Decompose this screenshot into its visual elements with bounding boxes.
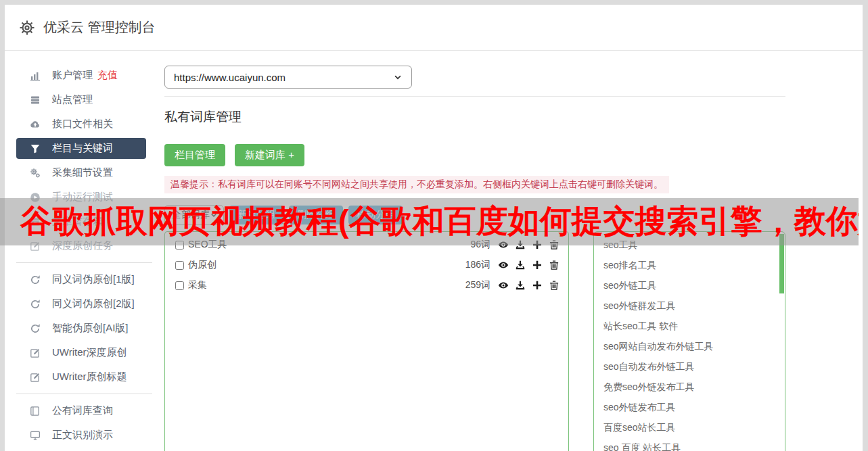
sidebar-item-label: 接口文件相关 <box>52 118 113 130</box>
sidebar-item-uwriter-original-title[interactable]: UWriter原创标题 <box>16 366 146 387</box>
recharge-link[interactable]: 充值 <box>97 69 118 82</box>
sidebar-item-label: 同义词伪原创[2版] <box>52 298 135 310</box>
keyword-item[interactable]: seo排名工具 <box>594 255 785 275</box>
keyword-list: seo工具seo排名工具seo外链工具seo外链群发工具站长seo工具 软件se… <box>594 235 785 451</box>
overlay-text: 谷歌抓取网页视频教程(谷歌和百度如何提交搜索引擎，教你如何 <box>0 198 859 244</box>
layout: 账户管理充值站点管理接口文件相关栏目与关键词采集细节设置手动运行测试文章暂存箱深… <box>5 51 863 451</box>
keyword-item[interactable]: seo外链群发工具 <box>594 295 785 316</box>
keyword-item[interactable]: seo外链工具 <box>594 275 785 295</box>
sidebar: 账户管理充值站点管理接口文件相关栏目与关键词采集细节设置手动运行测试文章暂存箱深… <box>5 51 158 451</box>
row-checkbox[interactable] <box>175 261 184 270</box>
eye-icon[interactable] <box>498 260 509 270</box>
tip-banner: 温馨提示：私有词库可以在同账号不同网站之间共享使用，不必重复添加。右侧框内关键词… <box>164 176 669 193</box>
sidebar-item-synonym-rewrite-v1[interactable]: 同义词伪原创[1版] <box>16 269 146 290</box>
keyword-item[interactable]: 百度seo站长工具 <box>594 417 785 437</box>
keyword-item[interactable]: seo网站自动发布外链工具 <box>594 336 785 356</box>
keyword-item[interactable]: 免费seo外链发布工具 <box>594 377 785 397</box>
sidebar-item-columns-keywords[interactable]: 栏目与关键词 <box>16 138 146 159</box>
refresh-icon <box>30 323 42 334</box>
bar-chart-icon <box>30 70 42 81</box>
keyword-item[interactable]: seo 百度 站长工具 <box>594 437 785 451</box>
sidebar-item-api-files[interactable]: 接口文件相关 <box>16 114 146 135</box>
sidebar-item-label: UWriter深度原创 <box>52 346 127 359</box>
overlay-banner: 谷歌抓取网页视频教程(谷歌和百度如何提交搜索引擎，教你如何 <box>0 198 859 245</box>
topbar: 优采云 管理控制台 <box>5 5 863 51</box>
sidebar-item-site-manage[interactable]: 站点管理 <box>16 89 146 110</box>
download-icon[interactable] <box>515 280 526 291</box>
site-select[interactable]: https://www.ucaiyun.com <box>164 66 412 89</box>
new-thesaurus-button[interactable]: 新建词库 + <box>235 144 304 166</box>
chevron-down-icon <box>393 72 403 82</box>
funnel-icon <box>30 143 42 154</box>
keyword-item[interactable]: seo自动发布外链工具 <box>594 356 785 377</box>
sidebar-item-label: 栏目与关键词 <box>52 142 113 155</box>
plus-icon[interactable] <box>532 280 543 291</box>
plus-icon[interactable] <box>532 260 543 270</box>
sidebar-item-label: 公有词库查询 <box>52 404 113 417</box>
refresh-icon <box>30 299 42 310</box>
trash-icon[interactable] <box>549 280 559 291</box>
sidebar-item-account-manage[interactable]: 账户管理充值 <box>16 65 146 86</box>
gear-icon <box>19 20 35 36</box>
keyword-panel: seo工具seo排名工具seo外链工具seo外链群发工具站长seo工具 软件se… <box>593 231 785 451</box>
monitor-icon <box>30 430 42 441</box>
sidebar-item-synonym-rewrite-v2[interactable]: 同义词伪原创[2版] <box>16 293 146 314</box>
sidebar-item-collect-settings[interactable]: 采集细节设置 <box>16 162 146 183</box>
column-manage-button[interactable]: 栏目管理 <box>164 144 225 166</box>
site-select-value: https://www.ucaiyun.com <box>174 72 285 83</box>
thesaurus-row: 采集259词 <box>165 275 568 295</box>
main-content: https://www.ucaiyun.com 私有词库管理 栏目管理 新建词库… <box>158 51 863 451</box>
sidebar-divider <box>16 394 152 394</box>
sidebar-item-content-recognition-demo[interactable]: 正文识别演示 <box>16 425 146 446</box>
thesaurus-name: 采集 <box>188 279 207 291</box>
word-count: 259词 <box>465 279 490 291</box>
keyword-item[interactable]: seo外链发布工具 <box>594 397 785 417</box>
sidebar-item-label: UWriter原创标题 <box>52 371 127 383</box>
book-icon <box>30 406 42 417</box>
sidebar-item-label: 同义词伪原创[1版] <box>52 273 135 286</box>
keyword-item[interactable]: 站长seo工具 软件 <box>594 316 785 336</box>
page-title: 私有词库管理 <box>164 108 863 126</box>
server-icon <box>30 95 42 105</box>
sidebar-item-label: 采集细节设置 <box>52 166 113 179</box>
eye-icon[interactable] <box>498 280 509 291</box>
panels: SEO工具96词伪原创186词采集259词 seo工具seo排名工具seo外链工… <box>164 231 863 451</box>
gears-icon <box>30 168 42 179</box>
sidebar-item-public-thesaurus-query[interactable]: 公有词库查询 <box>16 400 146 421</box>
sidebar-item-uwriter-deep-original[interactable]: UWriter深度原创 <box>16 342 146 363</box>
divider <box>164 96 785 97</box>
action-buttons: 栏目管理 新建词库 + <box>164 144 863 166</box>
sidebar-item-label: 正文识别演示 <box>52 429 113 442</box>
row-checkbox[interactable] <box>175 281 184 290</box>
edit-icon <box>30 348 42 358</box>
sidebar-item-ai-rewrite[interactable]: 智能伪原创[AI版] <box>16 318 146 339</box>
thesaurus-table: SEO工具96词伪原创186词采集259词 <box>164 231 569 451</box>
sidebar-item-label: 账户管理 <box>52 69 93 82</box>
trash-icon[interactable] <box>549 260 559 270</box>
sidebar-item-label: 智能伪原创[AI版] <box>52 322 129 335</box>
refresh-icon <box>30 275 42 285</box>
thesaurus-row: 伪原创186词 <box>165 255 568 275</box>
thesaurus-name: 伪原创 <box>188 259 216 271</box>
word-count: 186词 <box>465 259 490 271</box>
cloud-upload-icon <box>30 119 42 130</box>
sidebar-divider <box>16 262 152 263</box>
download-icon[interactable] <box>515 260 526 270</box>
app-title: 优采云 管理控制台 <box>43 18 156 37</box>
sidebar-item-label: 站点管理 <box>52 93 93 106</box>
edit-icon <box>30 372 42 383</box>
